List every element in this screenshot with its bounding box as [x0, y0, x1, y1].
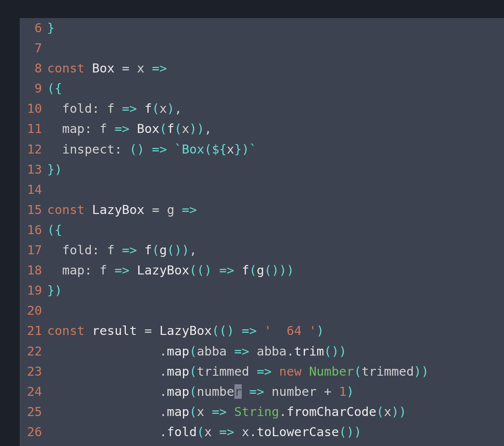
code-line[interactable]: 22 .map(abba => abba.trim()) [20, 341, 504, 362]
token: ()) [324, 344, 346, 359]
line-number: 8 [20, 58, 47, 78]
token: x. [242, 425, 257, 439]
token: fold: [47, 243, 107, 257]
code-line[interactable]: 18 map: f => LazyBox(() => f(g())) [20, 260, 504, 280]
token: => [114, 121, 137, 136]
code-line[interactable]: 25 .map(x => String.fromCharCode(x)) [20, 402, 504, 422]
code-line[interactable]: 20 [20, 301, 504, 321]
token: ( [189, 384, 197, 399]
line-number: 19 [20, 280, 47, 300]
token: ( [159, 121, 167, 136]
line-number: 9 [20, 78, 47, 98]
code-content[interactable]: }) [47, 160, 504, 179]
code-line[interactable]: 8const Box = x => [20, 58, 504, 78]
token: ( [152, 101, 159, 116]
token: . [47, 364, 167, 379]
code-content[interactable]: ({ [47, 220, 504, 240]
code-line[interactable]: 9({ [20, 78, 504, 99]
token: => [234, 344, 257, 359]
code-line[interactable]: 10 fold: f => f(x), [20, 99, 504, 119]
token: (() [212, 323, 242, 338]
token: ({ [47, 223, 62, 237]
code-content[interactable]: .map(x => String.fromCharCode(x)) [47, 402, 504, 422]
line-number: 11 [20, 119, 47, 139]
token: , [174, 101, 182, 116]
line-number: 14 [20, 180, 47, 199]
token: }) [47, 162, 62, 177]
code-content[interactable]: const result = LazyBox(() => ' 64 ') [47, 321, 504, 341]
line-number: 17 [20, 240, 47, 260]
token: fromCharCode [287, 404, 377, 419]
token: abba [197, 344, 234, 359]
token: ( [189, 364, 197, 379]
token: fold [167, 425, 197, 439]
code-content[interactable]: const LazyBox = g => [47, 200, 504, 220]
token: . [47, 404, 167, 419]
code-line[interactable]: 7 [20, 38, 504, 58]
token: => [182, 202, 197, 217]
code-content[interactable]: .map(abba => abba.trim()) [47, 341, 504, 361]
token: => [152, 61, 167, 75]
code-line[interactable]: 24 .map(number => number + 1) [20, 382, 504, 402]
token: fold: [47, 101, 107, 116]
token: map: [47, 121, 99, 136]
line-number: 26 [20, 422, 47, 442]
token: ()) [167, 243, 189, 257]
code-content[interactable]: ({ [47, 78, 504, 98]
code-line[interactable]: 12 inspect: () => `Box(${x})` [20, 139, 504, 160]
token: Number [309, 364, 354, 379]
token: g [257, 263, 264, 277]
code-content[interactable]: fold: f => f(g()), [47, 240, 504, 260]
code-line[interactable]: 13}) [20, 160, 504, 180]
token: => [122, 101, 144, 116]
code-editor[interactable]: 6}78const Box = x =>9({10 fold: f => f(x… [20, 18, 504, 446]
code-line[interactable]: 11 map: f => Box(f(x)), [20, 119, 504, 139]
token: f [167, 121, 174, 136]
line-number: 24 [20, 382, 47, 401]
code-line[interactable]: 19}) [20, 280, 504, 301]
code-line[interactable]: 21const result = LazyBox(() => ' 64 ') [20, 321, 504, 341]
code-content[interactable]: map: f => LazyBox(() => f(g())) [47, 260, 504, 280]
token: , [204, 121, 212, 136]
token: x [159, 101, 167, 116]
token: trim [294, 344, 324, 359]
code-content[interactable]: map: f => Box(f(x)), [47, 119, 504, 139]
code-line[interactable]: 17 fold: f => f(g()), [20, 240, 504, 260]
code-content[interactable]: .fold(x => x.toLowerCase()) [47, 422, 504, 442]
code-line[interactable]: 14 [20, 180, 504, 200]
token: )) [414, 364, 429, 379]
code-content[interactable]: .map(trimmed => new Number(trimmed)) [47, 362, 504, 381]
code-line[interactable]: 6} [20, 18, 504, 38]
code-line[interactable]: 26 .fold(x => x.toLowerCase()) [20, 422, 504, 442]
code-content[interactable]: } [47, 18, 504, 38]
token: => [152, 142, 174, 157]
code-content[interactable]: .map(number => number + 1) [47, 382, 504, 401]
token: , [189, 243, 197, 257]
code-content[interactable]: inspect: () => `Box(${x})` [47, 139, 504, 159]
token: x [384, 404, 391, 419]
line-number: 21 [20, 321, 47, 341]
token: numbe [197, 384, 234, 399]
token: LazyBox [92, 202, 152, 217]
token: result [92, 323, 144, 338]
token: ( [376, 404, 384, 419]
token: ( [152, 243, 159, 257]
code-content[interactable]: fold: f => f(x), [47, 99, 504, 118]
token: LazyBox [137, 263, 189, 277]
token: String [234, 404, 279, 419]
code-line[interactable]: 16({ [20, 220, 504, 240]
token: => [114, 263, 137, 277]
code-line[interactable]: 15const LazyBox = g => [20, 200, 504, 220]
token: map [167, 384, 189, 399]
line-number: 7 [20, 38, 47, 58]
token: map: [47, 263, 99, 277]
code-content[interactable]: const Box = x => [47, 58, 504, 78]
code-line[interactable]: 23 .map(trimmed => new Number(trimmed)) [20, 362, 504, 382]
token: f [144, 243, 152, 257]
code-content[interactable]: }) [47, 280, 504, 300]
token: )) [391, 404, 406, 419]
token: => [219, 263, 242, 277]
token: ())) [264, 263, 294, 277]
token: r [234, 384, 242, 399]
token: x [197, 404, 212, 419]
